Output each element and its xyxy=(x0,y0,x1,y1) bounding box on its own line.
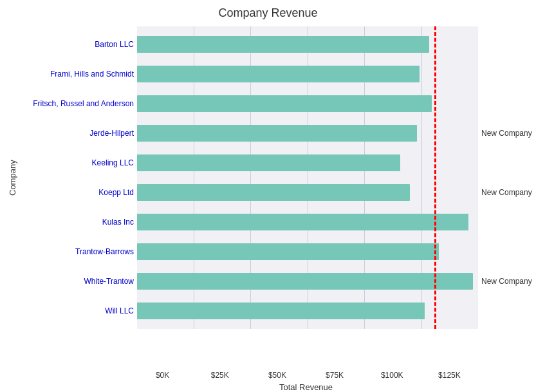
plot-area xyxy=(137,26,478,329)
x-axis-label: $125K xyxy=(421,371,478,380)
right-label: New Company xyxy=(481,121,533,145)
bar-row xyxy=(137,210,478,234)
bar xyxy=(137,243,439,260)
bar-row xyxy=(137,180,478,205)
y-label: Kulas Inc xyxy=(21,210,134,234)
bar xyxy=(137,66,420,82)
y-label: Will LLC xyxy=(21,299,134,323)
right-label xyxy=(481,91,533,116)
right-label: New Company xyxy=(481,180,533,205)
right-label xyxy=(481,210,533,234)
x-axis-label: $0K xyxy=(134,371,191,380)
right-label xyxy=(481,32,533,57)
bar xyxy=(137,273,473,290)
bar xyxy=(137,125,417,142)
bar-row xyxy=(137,269,478,294)
y-label: Barton LLC xyxy=(21,32,134,57)
bar xyxy=(137,303,425,319)
right-label xyxy=(481,62,533,86)
right-label xyxy=(481,239,533,264)
bar-row xyxy=(137,151,478,175)
right-label: New Company xyxy=(481,269,533,294)
y-label: Koepp Ltd xyxy=(21,180,134,205)
bar xyxy=(137,184,410,201)
right-label xyxy=(481,299,533,323)
dashed-reference-line xyxy=(434,26,436,329)
bar-row xyxy=(137,239,478,264)
bar xyxy=(137,214,468,230)
bar-row xyxy=(137,91,478,116)
right-label xyxy=(481,151,533,175)
bar xyxy=(137,154,400,171)
y-label: Fritsch, Russel and Anderson xyxy=(21,91,134,116)
bar-row xyxy=(137,62,478,86)
bar-row xyxy=(137,32,478,57)
x-axis-title: Total Revenue xyxy=(279,382,333,392)
x-axis-label: $75K xyxy=(306,371,364,380)
bar-row xyxy=(137,121,478,145)
y-label: Keeling LLC xyxy=(21,151,134,175)
bar-row xyxy=(137,299,478,323)
y-label: Frami, Hills and Schmidt xyxy=(21,62,134,86)
chart-container: Company Revenue Company Barton LLCFrami,… xyxy=(0,0,536,392)
y-axis-labels: Barton LLCFrami, Hills and SchmidtFritsc… xyxy=(21,26,137,329)
right-labels: New CompanyNew CompanyNew Company xyxy=(478,26,536,329)
x-axis-label: $50K xyxy=(248,371,306,380)
y-label: White-Trantow xyxy=(21,269,134,294)
x-axis-label: $100K xyxy=(364,371,421,380)
x-axis-label: $25K xyxy=(191,371,248,380)
y-label: Jerde-Hilpert xyxy=(21,121,134,145)
chart-title: Company Revenue xyxy=(218,6,317,20)
y-axis-title: Company xyxy=(3,26,21,329)
bar xyxy=(137,36,429,53)
x-axis: $0K$25K$50K$75K$100K$125K xyxy=(134,368,478,380)
y-label: Trantow-Barrows xyxy=(21,239,134,264)
bar xyxy=(137,95,432,112)
